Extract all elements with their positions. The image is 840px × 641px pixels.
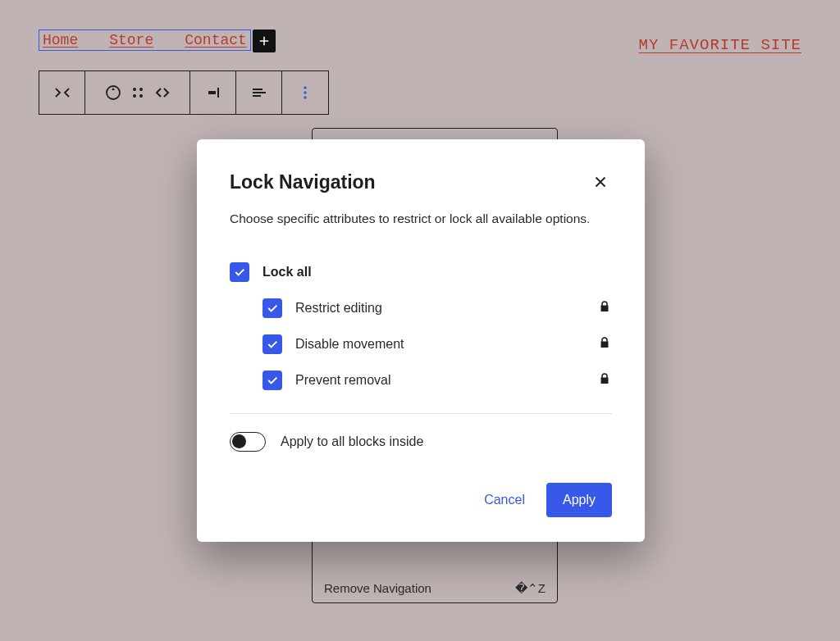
svg-point-3: [304, 86, 307, 89]
dialog-actions: Cancel Apply: [230, 483, 612, 517]
lock-icon: [597, 335, 612, 353]
toolbar-transform[interactable]: [103, 83, 123, 102]
checkbox-restrict-editing[interactable]: [262, 298, 282, 318]
apply-to-all-toggle[interactable]: [230, 432, 266, 452]
navigation-block-icon: [52, 83, 72, 102]
divider: [230, 413, 612, 414]
menu-item-remove[interactable]: Remove Navigation �⌃Z: [313, 573, 557, 602]
check-icon: [233, 266, 246, 279]
option-label: Restrict editing: [295, 301, 382, 316]
close-icon: [591, 173, 609, 191]
lock-icon: [597, 299, 612, 317]
navigation-block[interactable]: Home Store Contact: [39, 30, 251, 51]
toolbar-align[interactable]: [236, 71, 282, 114]
option-prevent-removal[interactable]: Prevent removal: [230, 362, 612, 398]
lock-options: Lock all Restrict editing Disable moveme…: [230, 254, 612, 398]
toolbar-block-type[interactable]: [39, 71, 85, 114]
toolbar-justify[interactable]: [190, 71, 236, 114]
dialog-header: Lock Navigation: [230, 170, 612, 193]
nav-link-store[interactable]: Store: [109, 32, 153, 48]
toggle-label: Apply to all blocks inside: [281, 434, 423, 449]
nav-link-home[interactable]: Home: [43, 32, 78, 48]
cancel-button[interactable]: Cancel: [469, 483, 540, 517]
toolbar-move[interactable]: [153, 83, 172, 102]
option-restrict-editing[interactable]: Restrict editing: [230, 290, 612, 326]
plus-icon: [257, 34, 272, 48]
dialog-title: Lock Navigation: [230, 171, 376, 193]
checkbox-lock-all[interactable]: [230, 262, 249, 282]
svg-point-4: [304, 91, 307, 94]
check-icon: [266, 338, 279, 351]
checkbox-prevent-removal[interactable]: [262, 371, 282, 390]
svg-point-5: [304, 96, 307, 99]
close-button[interactable]: [589, 170, 612, 193]
menu-item-shortcut: �⌃Z: [515, 581, 546, 596]
nav-links: Home Store Contact: [39, 30, 251, 51]
apply-button[interactable]: Apply: [546, 483, 612, 517]
dialog-description: Choose specific attributes to restrict o…: [230, 211, 612, 226]
option-label: Lock all: [262, 265, 312, 280]
more-vertical-icon: [295, 83, 315, 102]
nav-link-contact[interactable]: Contact: [185, 32, 247, 48]
checkbox-disable-movement[interactable]: [262, 334, 282, 354]
menu-item-label: Remove Navigation: [324, 581, 431, 595]
option-lock-all[interactable]: Lock all: [230, 254, 612, 290]
option-disable-movement[interactable]: Disable movement: [230, 326, 612, 362]
svg-rect-2: [217, 88, 219, 98]
chevron-left-right-icon: [153, 83, 172, 102]
lock-icon: [597, 371, 612, 389]
transform-icon: [103, 83, 123, 102]
lock-navigation-dialog: Lock Navigation Choose specific attribut…: [197, 139, 645, 542]
svg-rect-1: [208, 91, 216, 94]
justify-right-icon: [203, 83, 223, 102]
block-toolbar: [39, 70, 329, 115]
toolbar-options[interactable]: [282, 71, 328, 114]
align-icon: [249, 83, 269, 102]
toolbar-transform-group: [85, 71, 190, 114]
option-label: Disable movement: [295, 337, 404, 352]
check-icon: [266, 374, 279, 387]
apply-to-all-row: Apply to all blocks inside: [230, 432, 612, 452]
check-icon: [266, 302, 279, 315]
page-header: Home Store Contact MY FAVORITE SITE: [0, 30, 840, 54]
site-title[interactable]: MY FAVORITE SITE: [639, 36, 801, 54]
add-block-button[interactable]: [253, 30, 276, 52]
option-label: Prevent removal: [295, 373, 391, 388]
drag-handle-icon[interactable]: [131, 86, 144, 99]
toggle-knob: [232, 434, 246, 448]
